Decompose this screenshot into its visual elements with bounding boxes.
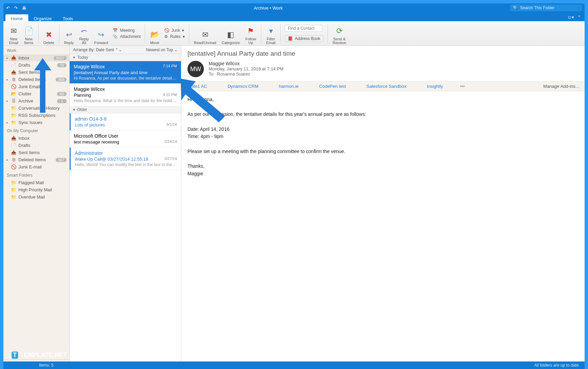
sent-icon: 📤	[11, 150, 16, 155]
folder-label: High Priority Mail	[18, 187, 67, 192]
sidebar-item-drafts[interactable]: 📄Drafts	[3, 142, 69, 149]
addins-more-button[interactable]: •••	[460, 84, 465, 89]
folder-label: Deleted Items	[18, 77, 56, 82]
message-item[interactable]: AdministratorWake Up Call@ 03/27/2014 12…	[70, 148, 181, 170]
folder-label: Conversation History	[18, 106, 67, 111]
sidebar-item-archive[interactable]: ▸🗄Archive1	[3, 97, 69, 105]
msg-subject: [tentative] Annual Party date and time	[74, 70, 148, 75]
disclosure-triangle-icon[interactable]: ▸	[5, 99, 9, 103]
email-body: Hi Rosanna, As per our discussion, the t…	[181, 91, 585, 182]
sidebar-item-clutter[interactable]: 📂Clutter55	[3, 90, 69, 97]
list-group-header[interactable]: ▾Today	[70, 54, 181, 61]
count-badge: 1	[57, 99, 67, 103]
sidebar-item-sent-items[interactable]: 📤Sent Items	[3, 149, 69, 156]
sidebar-section[interactable]: On My Computer	[3, 126, 69, 135]
addin-link[interactable]: Dynamics CRM	[227, 84, 258, 89]
folder-label: Flagged Mail	[18, 180, 67, 185]
sidebar-item-deleted-items[interactable]: ▸🗑Deleted Items268	[3, 76, 69, 83]
junk-button[interactable]: 🚫Junk▾	[164, 28, 185, 33]
envelope-icon: ✉	[200, 30, 210, 40]
msg-preview: Hi Rosanna, As per our discussion, the t…	[74, 76, 177, 81]
sidebar-section[interactable]: Work	[3, 46, 69, 54]
sidebar-item-flagged-mail[interactable]: 📁Flagged Mail	[3, 179, 69, 186]
count-badge: 167	[56, 158, 67, 162]
disclosure-triangle-icon[interactable]: ▸	[5, 121, 9, 124]
block-icon: 🚫	[11, 84, 16, 89]
sidebar-item-high-priority-mail[interactable]: 📁High Priority Mail	[3, 186, 69, 193]
msg-date: 7:14 PM	[163, 64, 177, 69]
folder-label: Drafts	[18, 63, 57, 68]
chevron-down-icon: ▾	[183, 34, 185, 39]
read-unread-button[interactable]: ✉Read/Unread	[191, 22, 219, 45]
msg-subject: Lots of pictures	[75, 122, 105, 127]
sidebar-item-deleted-items[interactable]: ▸🗑Deleted Items167	[3, 156, 69, 163]
follow-up-button[interactable]: ⚑Follow Up	[242, 22, 259, 45]
move-button[interactable]: 📂Move	[147, 22, 162, 45]
reply-button[interactable]: ↩Reply	[61, 22, 76, 45]
redo-icon[interactable]: ↷	[14, 5, 18, 11]
sidebar-item-drafts[interactable]: 📄Drafts70	[3, 62, 69, 69]
msg-date: 2/19/14	[164, 139, 177, 145]
folder-label: Inbox	[18, 55, 54, 60]
sent-datetime: Monday, January 11, 2016 at 7:14 PM	[209, 66, 283, 71]
sidebar-item-inbox[interactable]: 📥Inbox	[3, 135, 69, 142]
address-book-button[interactable]: 📕Address Book	[285, 35, 323, 42]
collapse-ribbon-icon[interactable]: ⌃	[577, 15, 581, 20]
addin-link[interactable]: CodePen test	[319, 84, 346, 89]
attachment-button[interactable]: 📎Attachment	[113, 34, 141, 39]
folder-icon: 📁	[11, 120, 16, 125]
filter-email-button[interactable]: ▾Filter Email	[263, 22, 278, 45]
message-item[interactable]: admin O14-3-8Lots of pictures5/1/14	[70, 113, 181, 131]
search-icon: 🔍	[513, 5, 518, 10]
attachment-icon: 📎	[113, 34, 118, 39]
new-email-button[interactable]: ✉New Email	[6, 22, 21, 45]
disclosure-triangle-icon[interactable]: ▸	[5, 56, 9, 60]
message-item[interactable]: Maggie WilcoxPlanning4:22 PMHello Rosann…	[70, 84, 181, 106]
chevron-down-icon: ▾	[73, 107, 75, 112]
message-item[interactable]: Microsoft Office Usertest message receiv…	[70, 131, 181, 148]
addin-link[interactable]: …bile1 AC	[186, 84, 207, 89]
msg-subject: Wake Up Call@ 03/27/2014 12:55:18	[75, 156, 148, 162]
sidebar-item-rss-subscriptions[interactable]: 📁RSS Subscriptions	[3, 112, 69, 119]
count-badge: 55	[57, 92, 67, 96]
manage-addins-button[interactable]: Manage Add-ins…	[543, 84, 580, 89]
rules-button[interactable]: ⚙Rules▾	[164, 34, 185, 39]
addin-link[interactable]: Insightly	[427, 84, 443, 89]
reply-all-button[interactable]: ⤺Reply All	[76, 22, 92, 45]
print-icon[interactable]: 🖶	[22, 5, 26, 11]
find-contact-input[interactable]	[285, 25, 322, 32]
list-group-header[interactable]: ▾Older	[70, 106, 181, 113]
arrange-by-button[interactable]: Arrange By: Date Sent ⌃⌄	[73, 47, 122, 52]
search-input[interactable]	[520, 5, 579, 10]
undo-icon[interactable]: ↶	[6, 5, 10, 11]
sidebar-item-junk-e-mail[interactable]: 🚫Junk E-mail	[3, 163, 69, 170]
categorize-button[interactable]: ◧Categorize	[219, 22, 242, 45]
disclosure-triangle-icon[interactable]: ▸	[5, 78, 9, 81]
help-smiley-icon[interactable]: ☺▾	[567, 15, 574, 20]
delete-button[interactable]: ✖Delete	[41, 22, 57, 45]
sidebar-section[interactable]: Smart Folders	[3, 170, 69, 179]
sort-order-button[interactable]: Newest on Top ⌄	[146, 47, 178, 52]
meeting-button[interactable]: 📅Meeting	[113, 28, 141, 33]
send-receive-button[interactable]: ⟳Send & Receive	[330, 22, 349, 45]
folder-label: Sent Items	[18, 70, 67, 75]
disclosure-triangle-icon[interactable]: ▸	[5, 158, 9, 162]
sidebar-item-inbox[interactable]: ▸📥Inbox3027	[3, 54, 69, 62]
sent-icon: 📤	[11, 70, 16, 75]
sidebar-item-sent-items[interactable]: 📤Sent Items	[3, 69, 69, 76]
reply-all-icon: ⤺	[79, 26, 89, 36]
addin-link[interactable]: Salesforce Sandbox	[366, 84, 406, 89]
sidebar-item-conversation-history[interactable]: 📁Conversation History	[3, 105, 69, 112]
sidebar-item-overdue-mail[interactable]: 📁Overdue Mail	[3, 193, 69, 201]
folder-label: Sync Issues	[18, 120, 67, 125]
sidebar-item-sync-issues[interactable]: ▸📁Sync Issues	[3, 119, 69, 126]
ribbon-tabs: HomeOrganizeTools ☺▾ ⌃	[3, 12, 585, 21]
sidebar-item-junk-email[interactable]: 🚫Junk Email	[3, 83, 69, 90]
message-item[interactable]: Maggie Wilcox7:14 PM[tentative] Annual P…	[70, 61, 181, 84]
window-title: Archive • Work	[26, 5, 510, 11]
search-box[interactable]: 🔍	[510, 4, 582, 11]
addin-link[interactable]: harmon.ie	[279, 84, 299, 89]
new-items-button[interactable]: 📄New Items	[21, 22, 36, 45]
forward-button[interactable]: ↪Forward	[92, 22, 111, 45]
rules-icon: ⚙	[164, 34, 168, 39]
